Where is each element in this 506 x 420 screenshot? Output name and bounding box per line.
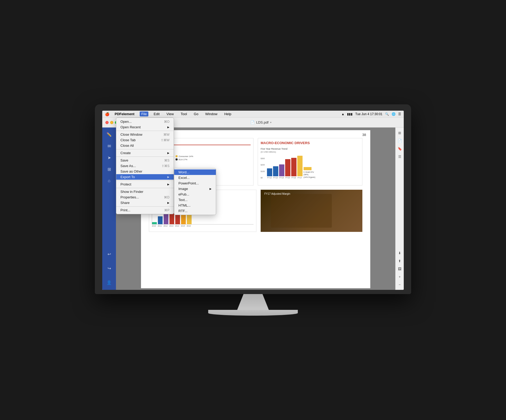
monitor-stand-neck	[237, 294, 269, 310]
minus-tool-icon[interactable]: −	[397, 281, 403, 288]
sidebar-mail-icon[interactable]: ✉	[104, 141, 114, 151]
menu-show-in-finder[interactable]: Show in Finder	[116, 189, 174, 194]
menu-close-window[interactable]: Close Window ⌘W	[116, 132, 174, 137]
globe-icon[interactable]: 🌐	[392, 112, 396, 116]
sidebar-redo-icon[interactable]: ↪	[104, 263, 114, 273]
menu-open[interactable]: Open... ⌘O	[116, 119, 174, 124]
export-text[interactable]: Text...	[174, 197, 216, 203]
rev-label-200: $200	[261, 164, 265, 166]
file-menu-dropdown-overlay: Open... ⌘O Open Recent ▶ Close Window ⌘W	[116, 118, 174, 214]
menu-properties-shortcut: ⌘D	[164, 196, 169, 199]
sidebar-send-icon[interactable]: ➤	[104, 153, 114, 162]
rev-xlabel-fy13: FY13	[273, 177, 278, 179]
menu-close-all[interactable]: Close All	[116, 143, 174, 148]
menu-save-as-shortcut: ⇧⌘S	[162, 164, 169, 168]
year-2011: 2011	[158, 225, 162, 227]
sidebar-home-icon[interactable]: ⌂	[104, 176, 114, 185]
menu-show-in-finder-label: Show in Finder	[120, 190, 143, 194]
separator-2	[116, 149, 174, 149]
doc-tool-icon[interactable]: 📄	[397, 138, 403, 144]
export-word-label: Word...	[178, 170, 189, 174]
menu-properties[interactable]: Properties... ⌘D	[116, 194, 174, 200]
file-menu[interactable]: File	[140, 111, 148, 116]
menu-protect[interactable]: Protect ▶	[116, 182, 174, 187]
plus-tool-icon[interactable]: +	[397, 274, 403, 280]
year-2015: 2015	[181, 225, 185, 227]
menu-save-label: Save	[120, 158, 128, 162]
menu-export-to-label: Export To	[120, 175, 135, 179]
create-arrow: ▶	[167, 152, 169, 154]
menu-close-tab[interactable]: Close Tab ⇧⌘W	[116, 137, 174, 143]
monitor-stand-base	[208, 310, 298, 316]
export-powerpoint[interactable]: PowerPoint...	[174, 180, 216, 186]
sidebar-layers-icon[interactable]: ⊞	[104, 164, 114, 174]
rev-label-100: $100	[261, 170, 265, 172]
legend-consumer-label: Consumer 14%	[179, 155, 193, 158]
revenue-x-labels: FY12 FY13 FY14 FY15 FY16 FY17	[267, 177, 303, 179]
menu-export-to[interactable]: Export To ▶	[116, 174, 174, 180]
minimize-button[interactable]	[110, 121, 113, 124]
menu-close-tab-shortcut: ⇧⌘W	[161, 138, 169, 142]
sidebar-pen-icon[interactable]: ✏️	[104, 130, 114, 139]
edit-menu[interactable]: Edit	[152, 111, 161, 116]
legend-consumer: Consumer 14%	[176, 155, 193, 158]
revenue-chart-subtitle: (in US$ millions)	[261, 151, 359, 153]
menu-close-window-shortcut: ⌘W	[163, 133, 169, 136]
separator-1	[116, 131, 174, 131]
menu-save-as-other[interactable]: Save as Other	[116, 169, 174, 174]
export-excel[interactable]: Excel...	[174, 175, 216, 180]
rev-label-0: $0	[261, 177, 265, 179]
rev-xlabel-fy12: FY12	[267, 177, 272, 179]
year-2010: 2010	[152, 225, 156, 227]
sidebar-undo-icon[interactable]: ↩	[104, 249, 114, 259]
view-menu[interactable]: View	[165, 111, 176, 116]
menubar-right: ▲ ▮▮▮ Tue Jun 4 17:30:01 🔍 🌐 ☰	[341, 112, 401, 116]
clock: Tue Jun 4 17:30:01	[355, 112, 382, 116]
export-word[interactable]: Word...	[174, 169, 216, 175]
export-rtf[interactable]: RTF...	[174, 208, 216, 214]
menu-save-as[interactable]: Save As... ⇧⌘S	[116, 163, 174, 169]
grid-tool-icon[interactable]: ⊞	[397, 130, 403, 136]
export-html-label: HTML...	[178, 203, 191, 207]
export-html[interactable]: HTML...	[174, 203, 216, 208]
search-icon[interactable]: 🔍	[385, 112, 389, 116]
file-dropdown-menu: Open... ⌘O Open Recent ▶ Close Window ⌘W	[116, 118, 174, 214]
export-epub[interactable]: ePub...	[174, 192, 216, 197]
menu-share[interactable]: Share ▶	[116, 200, 174, 206]
menu-create[interactable]: Create ▶	[116, 150, 174, 156]
export-image[interactable]: Image ▶	[174, 186, 216, 192]
go-menu[interactable]: Go	[192, 111, 200, 116]
separator-6	[116, 206, 174, 207]
bookmark-tool-icon[interactable]: 🔖	[397, 145, 403, 152]
list-icon[interactable]: ☰	[398, 112, 401, 116]
menu-open-recent[interactable]: Open Recent ▶	[116, 124, 174, 130]
menu-save[interactable]: Save ⌘S	[116, 158, 174, 163]
rev-xlabel-fy17: FY17	[297, 177, 303, 179]
year-2013: 2013	[169, 225, 173, 227]
download-tool-icon[interactable]: ⬇	[397, 250, 403, 256]
chevron-down-icon[interactable]: ▾	[270, 121, 271, 124]
battery-icon: ▮▮▮	[347, 112, 353, 116]
rev-bar-fy13	[273, 166, 278, 176]
close-button[interactable]	[105, 121, 109, 124]
year-2014: 2014	[175, 225, 179, 227]
rev-bar-fy14	[279, 164, 284, 176]
menubar: 🍎 PDFelement File Edit View Tool Go Wind…	[102, 111, 404, 118]
help-menu[interactable]: Help	[223, 111, 233, 116]
apple-menu-icon[interactable]: 🍎	[105, 112, 109, 116]
sidebar-user-icon[interactable]: 👤	[104, 278, 114, 287]
upload-tool-icon[interactable]: ⬆	[397, 258, 403, 264]
window-menu[interactable]: Window	[204, 111, 219, 116]
pie-legend: Consumer 14% ELA 17%	[176, 155, 193, 161]
app-name[interactable]: PDFelement	[113, 111, 136, 116]
sales-bar-2014	[175, 213, 180, 224]
share-arrow: ▶	[167, 201, 169, 204]
tool-menu[interactable]: Tool	[179, 111, 188, 116]
image-tool-icon[interactable]: 🖼	[397, 266, 403, 272]
rev-bar-fy12	[267, 168, 272, 176]
rev-label-300: $300	[261, 158, 265, 159]
fy17-section: FY17 Adjusted Margin 5.1%	[261, 190, 362, 232]
monitor-screen: 🍎 PDFelement File Edit View Tool Go Wind…	[102, 111, 404, 290]
menu-tool-icon[interactable]: ☰	[397, 153, 403, 160]
menu-print[interactable]: Print... ⌘P	[116, 207, 174, 213]
